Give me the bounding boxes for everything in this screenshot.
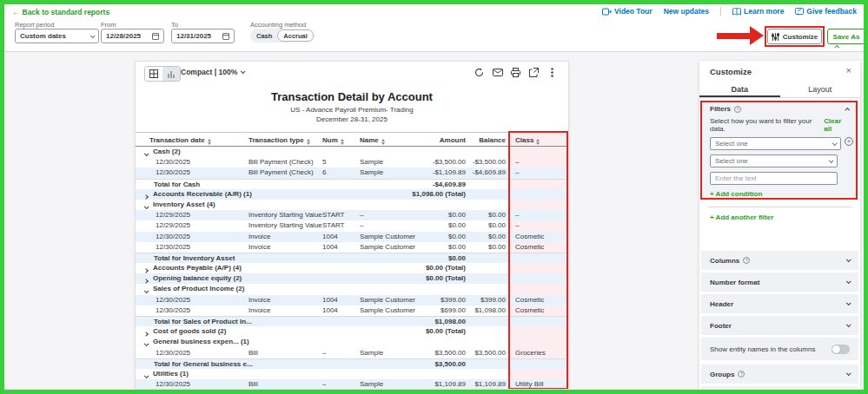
sort-icon xyxy=(208,139,211,145)
table-row: Cost of goods sold (2)$0.00 (Total) xyxy=(136,326,568,337)
table-row: Total for Sales of Product In...$1,098.0… xyxy=(136,316,568,326)
tab-layout[interactable]: Layout xyxy=(780,83,861,97)
section-footer[interactable]: Footer xyxy=(701,316,858,335)
view-mode-segmented-control xyxy=(144,66,181,82)
accounting-option-accrual[interactable]: Accrual xyxy=(277,30,314,42)
transaction-amount: -$1,109.89 xyxy=(433,167,466,178)
email-icon[interactable] xyxy=(492,67,503,78)
column-header-label: Balance xyxy=(479,136,506,144)
close-icon[interactable]: × xyxy=(846,65,851,76)
table-view-button[interactable] xyxy=(145,67,162,81)
annotation-arrow-head xyxy=(750,26,764,45)
table-row: Total for General business e...$3,500.00 xyxy=(136,358,568,369)
entity-names-toggle[interactable] xyxy=(832,345,850,354)
bar-chart-icon xyxy=(167,69,176,78)
transaction-class: Utility Bill xyxy=(515,379,543,389)
density-zoom-dropdown[interactable]: Compact | 100% xyxy=(181,68,244,76)
section-label: Footer xyxy=(710,322,732,330)
column-header-transaction-type[interactable]: Transaction type xyxy=(248,133,310,148)
section-columns[interactable]: Columns? xyxy=(701,251,858,270)
filter-field-select[interactable]: Select one xyxy=(710,137,841,150)
filter-operator-select[interactable]: Select one xyxy=(710,154,838,167)
print-icon[interactable] xyxy=(510,67,521,78)
collapse-header-caret[interactable] xyxy=(836,42,839,50)
sort-up-arrow xyxy=(208,139,211,141)
column-header-transaction-date[interactable]: Transaction date xyxy=(149,133,211,148)
section-pivot[interactable]: Pivot? xyxy=(701,386,858,390)
filters-section-header[interactable]: Filters ? xyxy=(701,102,858,116)
top-link-learn-more[interactable]: Learn more xyxy=(732,7,784,16)
filters-section: Filters ? Select how you want to filter … xyxy=(701,102,858,199)
add-condition-link[interactable]: + Add condition xyxy=(710,190,850,198)
customize-panel-title: Customize xyxy=(710,67,752,76)
transaction-balance: $0.00 xyxy=(488,242,506,253)
more-icon[interactable] xyxy=(547,67,558,78)
annotation-arrow xyxy=(717,33,753,39)
transaction-balance: $0.00 xyxy=(488,220,506,231)
export-icon[interactable] xyxy=(528,67,540,78)
table-row: General business expen... (1) xyxy=(136,337,568,347)
transaction-balance: $0.00 xyxy=(488,232,506,242)
transaction-num: 6 xyxy=(322,167,326,178)
sliders-icon xyxy=(772,33,779,41)
table-row: Accounts Receivable (A/R) (1)$1,098.00 (… xyxy=(136,189,568,200)
transaction-type: Inventory Starting Value xyxy=(248,220,322,231)
from-date-input[interactable]: 12/28/2025 xyxy=(101,29,164,43)
section-label: Header xyxy=(710,300,733,308)
to-date-input[interactable]: 12/31/2025 xyxy=(171,29,235,43)
tab-data[interactable]: Data xyxy=(699,83,780,97)
top-link-give-feedback[interactable]: Give feedback xyxy=(795,7,857,16)
transaction-balance: $3,500.00 xyxy=(474,348,506,358)
back-to-standard-reports-link[interactable]: ← Back to standard reports xyxy=(12,8,109,16)
add-another-filter-link[interactable]: + Add another filter xyxy=(710,213,773,221)
filter-field-value: Select one xyxy=(715,140,748,148)
account-section-label: Sales of Product Income (2) xyxy=(153,284,244,294)
column-header-num[interactable]: Num xyxy=(322,133,344,148)
transaction-date: 12/30/2025 xyxy=(156,242,190,253)
refresh-icon[interactable] xyxy=(474,67,485,78)
accounting-option-cash[interactable]: Cash xyxy=(251,30,277,42)
column-header-class[interactable]: Class xyxy=(515,133,540,148)
sort-down-arrow xyxy=(208,142,211,145)
transaction-balance: $399.00 xyxy=(480,295,506,305)
report-period-range: December 28-31, 2025 xyxy=(136,115,568,123)
back-arrow-icon: ← xyxy=(12,8,20,16)
filter-text-input[interactable] xyxy=(710,172,838,185)
top-link-new-updates[interactable]: New updates xyxy=(664,7,709,16)
section-number-format[interactable]: Number format xyxy=(701,273,858,292)
chevron-down-icon xyxy=(846,257,851,262)
chart-view-button[interactable] xyxy=(162,67,180,81)
save-as-button[interactable]: Save As xyxy=(827,29,865,44)
table-row: 12/30/2025Bill–Sample$3,500.00$3,500.00G… xyxy=(136,348,568,358)
transaction-date: 12/30/2025 xyxy=(156,379,190,389)
column-header-balance[interactable]: Balance xyxy=(479,133,506,148)
transaction-date: 12/29/2025 xyxy=(156,220,190,231)
clear-all-link[interactable]: Clear all xyxy=(824,117,850,133)
transaction-type: Invoice xyxy=(248,232,270,242)
transaction-name: Sample xyxy=(360,348,383,358)
table-row: Utilities (1) xyxy=(136,369,568,379)
back-link-label: Back to standard reports xyxy=(23,8,110,16)
transaction-balance: $0.00 xyxy=(488,210,506,220)
column-header-name[interactable]: Name xyxy=(360,133,385,148)
filters-description: Select how you want to filter your data. xyxy=(710,117,824,133)
top-link-label: Give feedback xyxy=(806,7,857,16)
transaction-balance: -$3,500.00 xyxy=(473,157,506,167)
column-header-amount[interactable]: Amount xyxy=(440,133,466,148)
column-header-label: Num xyxy=(322,136,338,144)
customize-button[interactable]: Customize xyxy=(767,29,822,44)
transaction-type: Invoice xyxy=(248,305,270,316)
column-header-label: Class xyxy=(515,136,533,144)
report-period-select[interactable]: Custom dates xyxy=(15,29,99,43)
section-total-amount: $1,098.00 (Total) xyxy=(412,189,466,200)
entity-names-toggle-row: Show entity names in the columns xyxy=(701,338,858,360)
transaction-num: 5 xyxy=(322,157,326,167)
table-row: Sales of Product Income (2) xyxy=(136,284,568,294)
section-groups[interactable]: Groups? xyxy=(701,364,858,384)
table-header-row: Transaction dateTransaction typeNumNameA… xyxy=(136,132,568,147)
chevron-down-icon xyxy=(846,300,851,305)
top-link-video-tour[interactable]: Video Tour xyxy=(602,7,653,16)
account-section-label: Accounts Payable (A/P) (4) xyxy=(153,263,242,273)
remove-filter-icon[interactable]: × xyxy=(845,137,853,146)
section-header[interactable]: Header xyxy=(701,294,858,313)
